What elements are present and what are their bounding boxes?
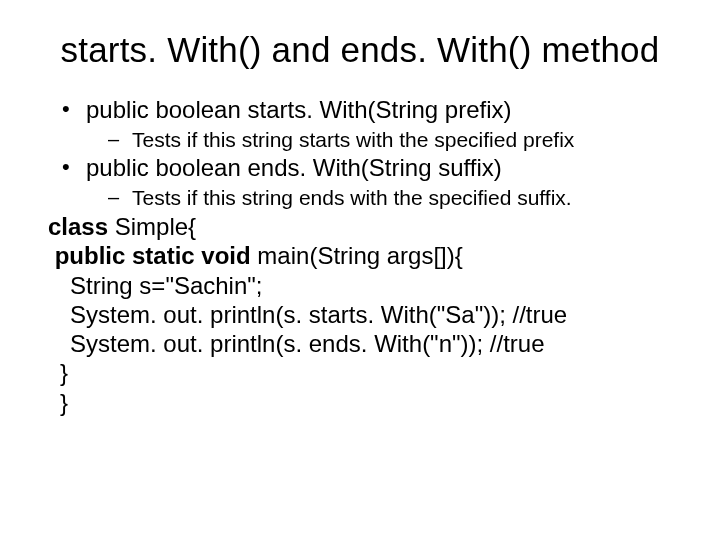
code-line-6: System. out. println(s. ends. With("n"))… — [48, 329, 672, 358]
code-line-4: String s="Sachin"; — [48, 271, 672, 300]
keyword-class: class — [48, 213, 108, 240]
code-text: main(String args[]){ — [251, 242, 463, 269]
code-line-2: public static void main(String args[]){ — [48, 241, 672, 270]
code-line-1: class Simple{ — [48, 212, 672, 241]
code-line-7: } — [48, 358, 672, 387]
keyword-psv: public static void — [48, 242, 251, 269]
bullet-startswith-desc: Tests if this string starts with the spe… — [132, 127, 672, 152]
slide: starts. With() and ends. With() method p… — [0, 0, 720, 540]
code-line-5: System. out. println(s. starts. With("Sa… — [48, 300, 672, 329]
code-line-8: } — [48, 388, 672, 417]
slide-title: starts. With() and ends. With() method — [48, 30, 672, 70]
bullet-endswith: public boolean ends. With(String suffix) — [86, 154, 672, 183]
bullet-endswith-desc: Tests if this string ends with the speci… — [132, 185, 672, 210]
code-block: class Simple{ public static void main(St… — [48, 212, 672, 417]
bullet-startswith: public boolean starts. With(String prefi… — [86, 96, 672, 125]
code-text: Simple{ — [108, 213, 196, 240]
